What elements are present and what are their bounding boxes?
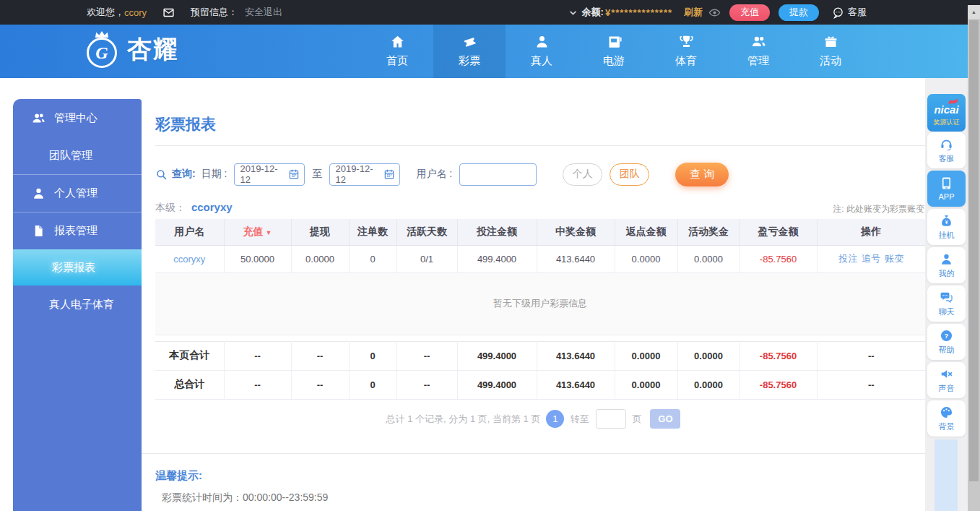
- show-balance-eye-icon[interactable]: [708, 7, 721, 19]
- sidebar-item-management-center[interactable]: 管理中心: [13, 99, 142, 137]
- reserved-info-label: 预留信息：: [191, 6, 238, 19]
- balance-value-masked: **************: [611, 7, 672, 18]
- sidebar-item-report-management[interactable]: 报表管理: [13, 212, 142, 249]
- level-username-link[interactable]: ccoryxy: [191, 201, 233, 213]
- query-form: 查询: 日期 : 2019-12-12 至 2019-12-12 用户名 : 个…: [155, 163, 729, 186]
- username-input[interactable]: [459, 163, 537, 186]
- nav-item-promotions[interactable]: 活动: [794, 25, 867, 78]
- svg-text:?: ?: [945, 332, 949, 340]
- service-label: 客服: [848, 6, 867, 19]
- phone-icon: [940, 176, 953, 190]
- users-icon: [32, 111, 45, 125]
- sidebar-item-live-esports[interactable]: 真人电子体育: [13, 285, 142, 323]
- page-number-button[interactable]: 1: [546, 410, 564, 428]
- team-filter-button[interactable]: 团队: [610, 163, 649, 186]
- row-username-link[interactable]: ccoryxy: [173, 254, 205, 265]
- nav-menu: 首页 彩票 真人 电游 体育 管理: [361, 25, 867, 78]
- balance-group: 余额: ¥ **************: [568, 6, 672, 19]
- sidebar-item-personal-management[interactable]: 个人管理: [13, 174, 142, 212]
- widget-sound[interactable]: 声音: [927, 362, 966, 398]
- prize-certification-badge[interactable]: nicai 奖源认证: [927, 94, 966, 132]
- nav-item-egames[interactable]: 电游: [578, 25, 650, 78]
- col-profit-loss: 盈亏金额: [740, 219, 817, 245]
- money-bag-icon: ¥: [940, 214, 953, 228]
- widget-app-download[interactable]: APP: [927, 171, 966, 207]
- goto-page-go-button[interactable]: GO: [650, 409, 680, 429]
- empty-message-row: 暂无下级用户彩票信息: [155, 272, 925, 335]
- widget-help[interactable]: ? 帮助: [927, 324, 966, 360]
- col-actions: 操作: [817, 219, 925, 245]
- customer-service-link[interactable]: 客服: [832, 6, 867, 19]
- recharge-button[interactable]: 充值: [729, 4, 770, 21]
- nav-item-home[interactable]: 首页: [361, 25, 433, 78]
- search-icon: [155, 168, 168, 181]
- nav-item-lottery[interactable]: 彩票: [433, 25, 506, 78]
- col-activity-bonus: 活动奖金: [677, 219, 740, 245]
- nav-item-sports[interactable]: 体育: [650, 25, 722, 78]
- date-to-picker[interactable]: 2019-12-12: [329, 163, 400, 186]
- tips-line: 彩票统计时间为：00:00:00--23:59:59: [162, 491, 328, 504]
- action-bets-link[interactable]: 投注: [838, 253, 857, 264]
- scrollbar-top-cap: [968, 0, 980, 5]
- sidebar-item-team-management[interactable]: 团队管理: [13, 137, 142, 174]
- widget-customer-service[interactable]: 客服: [927, 132, 966, 168]
- vertical-scrollbar[interactable]: ▲: [968, 0, 980, 511]
- title-divider: [155, 145, 925, 146]
- withdraw-button[interactable]: 提款: [779, 4, 819, 21]
- chevron-down-icon[interactable]: [568, 8, 578, 17]
- col-recharge-sortable[interactable]: 充值▼: [224, 219, 291, 245]
- widget-my-account[interactable]: 我的: [927, 247, 966, 283]
- date-from-picker[interactable]: 2019-12-12: [234, 163, 305, 186]
- widget-auto-bet[interactable]: ¥ 挂机: [927, 209, 966, 245]
- pagination-bar: 总计 1 个记录, 分为 1 页, 当前第 1 页 1 转至 页 GO: [142, 409, 925, 429]
- page-unit-label: 页: [632, 413, 641, 426]
- row-active-days: 0/1: [396, 245, 457, 272]
- message-envelope-icon[interactable]: [162, 7, 175, 19]
- refresh-balance-button[interactable]: 刷新: [684, 6, 703, 19]
- logo-emblem-icon: G: [85, 32, 121, 68]
- question-icon: ?: [940, 329, 953, 343]
- action-chase-link[interactable]: 追号: [862, 253, 880, 264]
- logo-text: 杏耀: [127, 33, 179, 66]
- top-account-bar: 欢迎您， ccory 预留信息： 安全退出 余额: ¥ ************…: [0, 0, 968, 25]
- date-label: 日期 :: [201, 168, 227, 181]
- gift-icon: [823, 34, 838, 49]
- col-rebate-amount: 返点金额: [615, 219, 677, 245]
- col-bet-amount: 投注金额: [457, 219, 537, 245]
- person-icon: [32, 186, 45, 200]
- sidebar-item-lottery-report[interactable]: 彩票报表: [13, 249, 142, 285]
- main-navbar: G 杏耀 首页 彩票 真人 电游 体育: [0, 25, 968, 78]
- search-button[interactable]: 查 询: [675, 163, 729, 186]
- bottom-divider: [142, 453, 925, 454]
- sort-desc-icon: ▼: [266, 229, 272, 236]
- action-account-change-link[interactable]: 账变: [885, 253, 903, 264]
- row-win-amount: 413.6440: [537, 245, 615, 272]
- widget-background[interactable]: 背景: [927, 400, 966, 437]
- lottery-report-table: 用户名 充值▼ 提现 注单数 活跃天数 投注金额 中奖金额 返点金额 活动奖金 …: [155, 219, 925, 400]
- personal-filter-button[interactable]: 个人: [563, 163, 602, 186]
- calendar-icon: [288, 168, 300, 180]
- row-bonus: 0.0000: [677, 245, 740, 272]
- goto-label: 转至: [570, 413, 589, 426]
- col-username: 用户名: [155, 219, 224, 245]
- headset-icon: [940, 137, 953, 151]
- widget-chat[interactable]: 聊天: [927, 285, 966, 322]
- chat-bubbles-icon: [940, 291, 953, 304]
- spacer-row: [155, 335, 925, 341]
- table-row: ccoryxy 50.0000 0.0000 0 0/1 499.4000 41…: [155, 245, 925, 272]
- nav-item-live[interactable]: 真人: [506, 25, 578, 78]
- calendar-icon: [383, 168, 395, 180]
- brand-logo[interactable]: G 杏耀: [85, 32, 179, 68]
- tips-title: 温馨提示:: [155, 469, 202, 483]
- palette-icon: [940, 405, 953, 419]
- level-label: 本级：: [155, 202, 186, 213]
- logout-link[interactable]: 安全退出: [245, 6, 282, 19]
- goto-page-input[interactable]: [596, 409, 626, 429]
- scrollbar-thumb[interactable]: [969, 20, 979, 481]
- scrollbar-up-arrow[interactable]: ▲: [968, 5, 980, 19]
- row-recharge: 50.0000: [224, 245, 291, 272]
- username-label: 用户名 :: [416, 168, 452, 181]
- service-chat-icon: [832, 7, 844, 19]
- current-username: ccory: [124, 7, 147, 18]
- nav-item-management[interactable]: 管理: [722, 25, 794, 78]
